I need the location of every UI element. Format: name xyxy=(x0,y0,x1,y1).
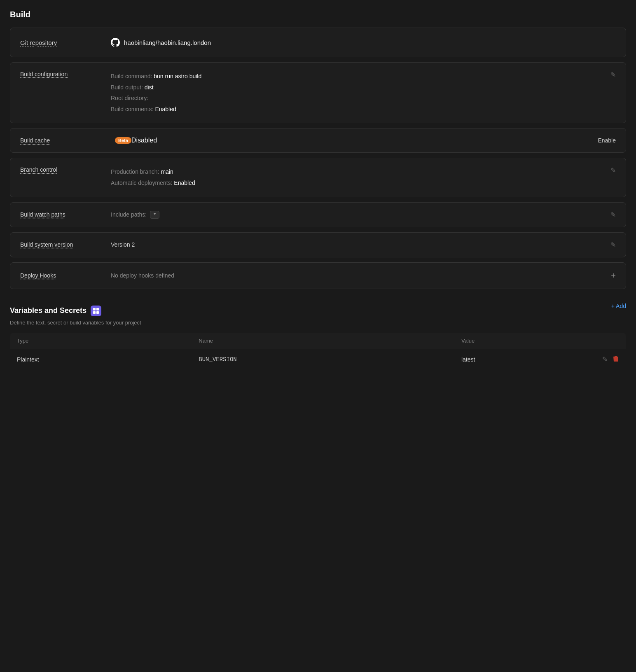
build-cache-card: Build cache Beta Disabled Enable xyxy=(10,128,626,153)
build-configuration-edit-button[interactable]: ✎ xyxy=(610,71,616,79)
git-repository-card: Git repository haobinliang/haobin.liang.… xyxy=(10,28,626,57)
git-repository-label: Git repository xyxy=(20,39,111,46)
build-system-version-value: Version 2 xyxy=(111,241,610,248)
beta-badge: Beta xyxy=(115,137,131,144)
build-watch-paths-edit-button[interactable]: ✎ xyxy=(610,211,616,219)
var-actions: ✎ xyxy=(593,349,626,370)
col-actions xyxy=(593,332,626,349)
deploy-hooks-empty: No deploy hooks defined xyxy=(111,272,611,279)
include-paths-value: * xyxy=(150,211,159,219)
branch-control-details: Production branch: main Automatic deploy… xyxy=(111,166,610,188)
build-cache-status: Disabled xyxy=(131,137,598,144)
production-branch-row: Production branch: main xyxy=(111,166,610,177)
build-configuration-label: Build configuration xyxy=(20,71,111,77)
variables-section-subtitle: Define the text, secret or build variabl… xyxy=(10,320,626,326)
build-watch-paths-card: Build watch paths Include paths: * ✎ xyxy=(10,202,626,227)
root-directory-row: Root directory: xyxy=(111,93,610,104)
col-name: Name xyxy=(192,332,455,349)
variables-title-group: Variables and Secrets xyxy=(10,306,101,316)
svg-rect-1 xyxy=(96,308,99,310)
build-system-version-label: Build system version xyxy=(20,241,111,248)
build-cache-label-wrap: Build cache Beta xyxy=(20,137,131,144)
github-icon xyxy=(111,38,120,47)
git-repo-name: haobinliang/haobin.liang.london xyxy=(124,39,211,46)
add-variable-button[interactable]: + Add xyxy=(611,303,626,309)
build-system-version-card: Build system version Version 2 ✎ xyxy=(10,232,626,257)
svg-rect-2 xyxy=(93,311,96,314)
variables-section-title: Variables and Secrets xyxy=(10,306,87,315)
deploy-hooks-add-button[interactable]: + xyxy=(611,271,616,280)
build-cache-enable-button[interactable]: Enable xyxy=(598,137,616,144)
branch-control-card: Branch control Production branch: main A… xyxy=(10,158,626,197)
build-configuration-details: Build command: bun run astro build Build… xyxy=(111,71,610,114)
build-command-row: Build command: bun run astro build xyxy=(111,71,610,82)
variables-section-header: Variables and Secrets + Add xyxy=(10,294,626,318)
branch-control-label: Branch control xyxy=(20,166,111,173)
build-comments-row: Build comments: Enabled xyxy=(111,104,610,115)
auto-deployments-row: Automatic deployments: Enabled xyxy=(111,177,610,189)
var-name: BUN_VERSION xyxy=(192,349,455,370)
col-type: Type xyxy=(10,332,192,349)
page-title: Build xyxy=(10,10,626,19)
git-repository-value: haobinliang/haobin.liang.london xyxy=(111,38,211,47)
svg-rect-3 xyxy=(96,311,99,314)
table-row: Plaintext BUN_VERSION latest ✎ xyxy=(10,349,626,370)
delete-variable-button[interactable] xyxy=(613,355,619,364)
build-configuration-card: Build configuration Build command: bun r… xyxy=(10,62,626,123)
col-value: Value xyxy=(455,332,593,349)
table-header-row: Type Name Value xyxy=(10,332,626,349)
build-system-version-edit-button[interactable]: ✎ xyxy=(610,241,616,249)
build-watch-paths-content: Include paths: * xyxy=(111,211,610,219)
var-value: latest xyxy=(455,349,593,370)
build-watch-paths-label: Build watch paths xyxy=(20,211,111,218)
deploy-hooks-card: Deploy Hooks No deploy hooks defined + xyxy=(10,262,626,289)
deploy-hooks-label: Deploy Hooks xyxy=(20,272,111,279)
svg-rect-0 xyxy=(93,308,96,310)
edit-variable-button[interactable]: ✎ xyxy=(602,355,608,363)
build-cache-label: Build cache xyxy=(20,137,111,144)
build-output-row: Build output: dist xyxy=(111,82,610,93)
variables-table: Type Name Value Plaintext BUN_VERSION la… xyxy=(10,332,626,370)
branch-control-edit-button[interactable]: ✎ xyxy=(610,166,616,174)
variables-icon xyxy=(91,306,101,316)
var-type: Plaintext xyxy=(10,349,192,370)
